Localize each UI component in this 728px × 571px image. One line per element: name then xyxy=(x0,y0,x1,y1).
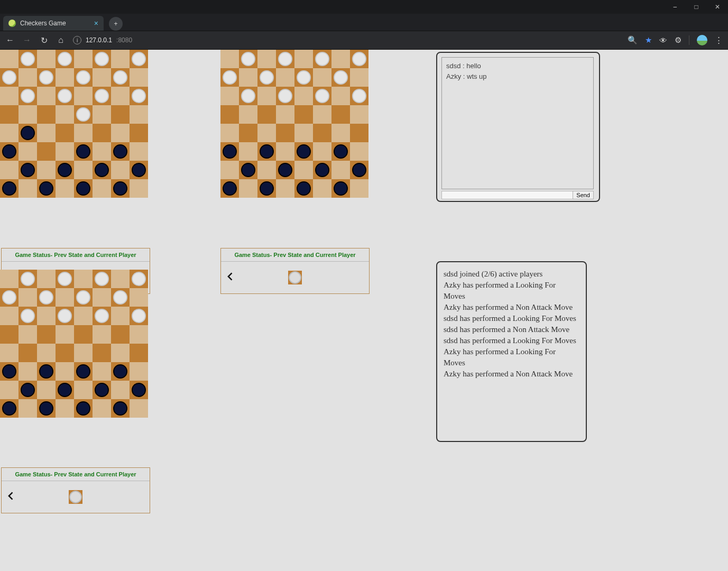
black-piece[interactable] xyxy=(39,364,53,379)
board-square[interactable] xyxy=(0,142,19,161)
board-square[interactable] xyxy=(0,179,19,198)
black-piece[interactable] xyxy=(2,401,16,416)
black-piece[interactable] xyxy=(113,144,127,159)
site-info-icon[interactable]: i xyxy=(73,36,81,44)
board-square[interactable] xyxy=(37,325,56,344)
board-square[interactable] xyxy=(130,344,148,362)
board-square[interactable] xyxy=(93,270,111,288)
board-square[interactable] xyxy=(276,50,294,68)
board-square[interactable] xyxy=(74,161,93,179)
board-square[interactable] xyxy=(74,124,93,142)
black-piece[interactable] xyxy=(223,144,237,159)
window-minimize-button[interactable]: ‒ xyxy=(665,0,686,14)
new-tab-button[interactable]: + xyxy=(109,17,123,31)
board-square[interactable] xyxy=(220,161,239,179)
board-square[interactable] xyxy=(19,325,37,344)
board-square[interactable] xyxy=(111,381,130,399)
nav-reload-icon[interactable]: ↻ xyxy=(39,35,49,45)
board-square[interactable] xyxy=(19,270,37,288)
board-square[interactable] xyxy=(130,270,148,288)
board-square[interactable] xyxy=(74,362,93,381)
board-square[interactable] xyxy=(56,124,74,142)
board-square[interactable] xyxy=(257,50,276,68)
board-square[interactable] xyxy=(74,325,93,344)
board-square[interactable] xyxy=(56,288,74,307)
board-square[interactable] xyxy=(93,50,111,68)
board-square[interactable] xyxy=(130,362,148,381)
board-square[interactable] xyxy=(111,161,130,179)
white-piece[interactable] xyxy=(297,70,311,85)
tab-close-icon[interactable]: × xyxy=(94,19,98,27)
black-piece[interactable] xyxy=(278,163,292,177)
board-square[interactable] xyxy=(220,68,239,87)
board-square[interactable] xyxy=(350,105,368,124)
board-square[interactable] xyxy=(276,124,294,142)
black-piece[interactable] xyxy=(2,364,16,379)
board-square[interactable] xyxy=(0,381,19,399)
white-piece[interactable] xyxy=(315,52,329,66)
board-square[interactable] xyxy=(93,105,111,124)
black-piece[interactable] xyxy=(39,181,53,196)
white-piece[interactable] xyxy=(95,309,109,323)
board-square[interactable] xyxy=(0,68,19,87)
board-square[interactable] xyxy=(111,68,130,87)
board-square[interactable] xyxy=(130,124,148,142)
board-square[interactable] xyxy=(0,344,19,362)
board-square[interactable] xyxy=(19,87,37,105)
board-square[interactable] xyxy=(350,87,368,105)
board-square[interactable] xyxy=(37,50,56,68)
board-square[interactable] xyxy=(93,325,111,344)
black-piece[interactable] xyxy=(223,181,237,196)
board-square[interactable] xyxy=(313,142,331,161)
black-piece[interactable] xyxy=(260,181,274,196)
board-square[interactable] xyxy=(0,325,19,344)
checkers-board[interactable] xyxy=(0,50,148,198)
white-piece[interactable] xyxy=(352,89,366,103)
white-piece[interactable] xyxy=(95,89,109,103)
board-square[interactable] xyxy=(276,87,294,105)
white-piece[interactable] xyxy=(352,52,366,66)
board-square[interactable] xyxy=(37,362,56,381)
black-piece[interactable] xyxy=(2,144,16,159)
board-square[interactable] xyxy=(111,179,130,198)
board-square[interactable] xyxy=(56,161,74,179)
white-piece[interactable] xyxy=(21,309,35,323)
board-square[interactable] xyxy=(239,68,257,87)
black-piece[interactable] xyxy=(21,383,35,397)
board-square[interactable] xyxy=(19,307,37,325)
chat-send-button[interactable]: Send xyxy=(573,191,594,199)
white-piece[interactable] xyxy=(58,52,72,66)
board-square[interactable] xyxy=(19,68,37,87)
white-piece[interactable] xyxy=(278,89,292,103)
black-piece[interactable] xyxy=(315,163,329,177)
board-square[interactable] xyxy=(130,288,148,307)
white-piece[interactable] xyxy=(76,107,90,122)
board-square[interactable] xyxy=(37,105,56,124)
board-square[interactable] xyxy=(257,142,276,161)
board-square[interactable] xyxy=(111,399,130,418)
prev-state-button[interactable] xyxy=(225,271,236,284)
black-piece[interactable] xyxy=(113,401,127,416)
board-square[interactable] xyxy=(276,68,294,87)
board-square[interactable] xyxy=(93,362,111,381)
board-square[interactable] xyxy=(74,68,93,87)
board-square[interactable] xyxy=(331,161,350,179)
board-square[interactable] xyxy=(37,87,56,105)
board-square[interactable] xyxy=(0,161,19,179)
board-square[interactable] xyxy=(19,50,37,68)
white-piece[interactable] xyxy=(21,52,35,66)
board-square[interactable] xyxy=(239,87,257,105)
board-square[interactable] xyxy=(111,325,130,344)
white-piece[interactable] xyxy=(58,309,72,323)
board-square[interactable] xyxy=(93,399,111,418)
board-square[interactable] xyxy=(276,161,294,179)
nav-back-icon[interactable]: ← xyxy=(5,35,15,45)
board-square[interactable] xyxy=(130,325,148,344)
white-piece[interactable] xyxy=(21,272,35,286)
board-square[interactable] xyxy=(56,381,74,399)
board-square[interactable] xyxy=(239,179,257,198)
board-square[interactable] xyxy=(257,179,276,198)
black-piece[interactable] xyxy=(76,144,90,159)
board-square[interactable] xyxy=(93,179,111,198)
board-square[interactable] xyxy=(0,105,19,124)
